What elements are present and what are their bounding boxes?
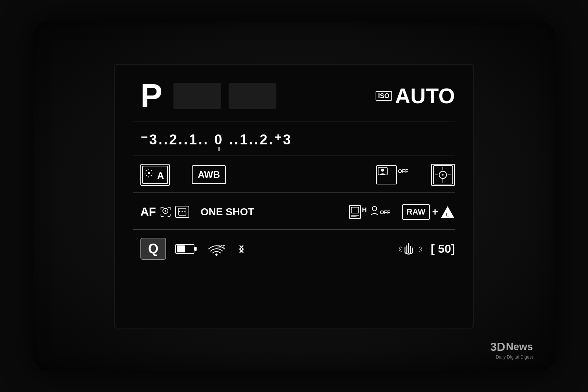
wifi-icon: OFF xyxy=(207,242,227,256)
svg-text:A: A xyxy=(157,170,164,181)
shooting-mode: P xyxy=(133,79,162,112)
icons-row2: AF xyxy=(133,194,455,227)
exposure-scale-text: ⁻3..2..1.. 0 ..1..2.⁺3 xyxy=(140,132,292,147)
wifi-icon-group: OFF xyxy=(207,242,227,256)
bluetooth-icon xyxy=(236,242,247,256)
iso-badge: ISO xyxy=(376,91,392,101)
svg-point-42 xyxy=(372,206,377,211)
image-stabilization-icon xyxy=(399,240,422,258)
watermark-news-text: News xyxy=(506,341,533,353)
creative-filter-icon: OFF xyxy=(376,164,409,186)
blank-boxes xyxy=(173,83,276,109)
quick-button[interactable]: Q xyxy=(140,238,166,260)
zone-af-icon xyxy=(175,205,190,218)
svg-rect-38 xyxy=(351,207,359,213)
svg-rect-48 xyxy=(177,245,185,252)
af-operation: ONE SHOT xyxy=(201,206,254,218)
drive-group: H OFF xyxy=(349,205,391,219)
svg-point-1 xyxy=(148,172,150,174)
svg-rect-47 xyxy=(194,247,197,251)
iso-auto-group: ISO AUTO xyxy=(376,85,455,107)
svg-text:H: H xyxy=(362,206,367,214)
raw-badge: RAW xyxy=(402,204,430,220)
divider-1 xyxy=(133,122,455,122)
watermark: 3D News Daily Digital Digest xyxy=(490,340,533,360)
blank-box-2 xyxy=(229,83,276,109)
bottom-row: Q OFF xyxy=(133,231,455,265)
quality-level-icon: L xyxy=(440,205,455,219)
metering-mode-icon: A xyxy=(140,164,170,186)
svg-line-9 xyxy=(146,175,147,176)
scene-icon-svg: A xyxy=(142,166,168,184)
shots-remaining: [ 50] xyxy=(431,242,455,256)
af-mode-group: AF xyxy=(140,205,190,219)
camera-screen: P ISO AUTO ⁻3..2..1.. 0 xyxy=(114,64,474,328)
watermark-3d: 3D xyxy=(490,340,505,354)
raw-text: RAW xyxy=(406,207,425,217)
svg-line-7 xyxy=(151,175,152,176)
svg-point-49 xyxy=(215,253,218,256)
svg-point-35 xyxy=(179,211,180,212)
watermark-tagline: Daily Digital Digest xyxy=(490,355,533,360)
divider-2 xyxy=(133,155,455,155)
exposure-row: ⁻3..2..1.. 0 ..1..2.⁺3 xyxy=(133,124,455,153)
image-quality: RAW + L xyxy=(402,204,455,220)
battery-icon xyxy=(175,242,197,255)
coff-svg: OFF xyxy=(376,164,409,186)
awb-text: AWB xyxy=(198,169,220,180)
svg-point-13 xyxy=(381,169,384,172)
metering-svg xyxy=(433,165,453,184)
camera-body: P ISO AUTO ⁻3..2..1.. 0 xyxy=(33,22,555,371)
svg-point-34 xyxy=(182,211,183,212)
icons-row1: A AWB OFF xyxy=(133,157,455,190)
svg-text:OFF: OFF xyxy=(218,245,225,249)
watermark-logo: 3D News xyxy=(490,340,533,354)
plus-sign: + xyxy=(432,206,438,218)
top-row: P ISO AUTO xyxy=(133,76,455,120)
af-text: AF xyxy=(140,205,156,219)
exposure-scale: ⁻3..2..1.. 0 ..1..2.⁺3 xyxy=(140,132,292,148)
spot-metering-icon xyxy=(431,164,455,186)
blank-box-1 xyxy=(173,83,221,109)
drive-icon: H xyxy=(349,205,368,219)
svg-text:OFF: OFF xyxy=(380,209,390,215)
svg-text:L: L xyxy=(446,212,449,217)
divider-4 xyxy=(133,229,455,230)
svg-point-36 xyxy=(184,211,185,212)
divider-3 xyxy=(133,192,455,193)
face-detect-icon xyxy=(159,205,172,218)
svg-point-23 xyxy=(165,210,166,212)
white-balance-icon: AWB xyxy=(192,165,226,184)
stabilizer-icon: OFF xyxy=(369,205,391,219)
svg-line-6 xyxy=(146,170,147,171)
svg-line-8 xyxy=(151,170,152,171)
svg-point-17 xyxy=(442,174,444,176)
svg-text:OFF: OFF xyxy=(398,168,408,174)
iso-value: AUTO xyxy=(395,85,455,107)
